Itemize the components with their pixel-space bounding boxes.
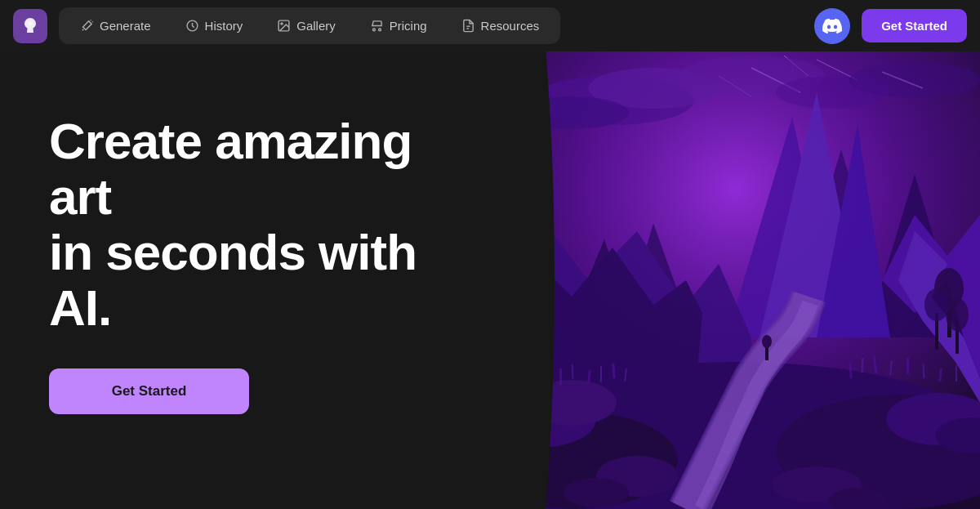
svg-rect-68 (498, 329, 502, 378)
svg-rect-74 (490, 51, 980, 509)
svg-rect-43 (546, 366, 550, 381)
clock-icon (185, 19, 199, 33)
get-started-nav-button[interactable]: Get Started (862, 9, 967, 42)
hero-section: Create amazing art in seconds with AI. G… (0, 51, 980, 509)
svg-rect-41 (523, 374, 525, 389)
svg-point-3 (372, 29, 375, 31)
svg-point-69 (490, 300, 514, 339)
nav-item-history[interactable]: History (169, 12, 260, 39)
hero-illustration (490, 51, 980, 509)
nav-links: Generate History Gallery Pricing (59, 7, 560, 44)
nav-pricing-label: Pricing (390, 19, 427, 33)
tag-icon (370, 19, 384, 33)
hero-title: Create amazing art in seconds with AI. (49, 114, 441, 337)
svg-point-4 (378, 29, 381, 31)
nav-item-resources[interactable]: Resources (445, 12, 556, 39)
discord-button[interactable] (814, 8, 850, 44)
wand-icon (80, 19, 94, 33)
discord-icon (822, 16, 842, 36)
hero-left: Create amazing art in seconds with AI. G… (0, 51, 490, 509)
nav-history-label: History (205, 19, 243, 33)
document-icon (461, 19, 475, 33)
navbar: Generate History Gallery Pricing (0, 0, 980, 51)
image-icon (277, 19, 291, 33)
svg-point-67 (495, 268, 531, 317)
nav-gallery-label: Gallery (296, 19, 336, 33)
svg-point-2 (281, 23, 283, 25)
hero-title-line1: Create amazing art (49, 113, 412, 225)
nav-resources-label: Resources (481, 19, 540, 33)
svg-rect-66 (510, 305, 515, 370)
hero-get-started-button[interactable]: Get Started (49, 368, 249, 414)
nav-item-gallery[interactable]: Gallery (261, 12, 352, 39)
brand-logo[interactable] (13, 9, 47, 43)
hero-title-line2: in seconds with AI. (49, 224, 416, 336)
nav-item-pricing[interactable]: Pricing (354, 12, 443, 39)
svg-rect-40 (514, 378, 518, 395)
svg-point-36 (490, 423, 547, 464)
nav-generate-label: Generate (100, 19, 151, 33)
nav-item-generate[interactable]: Generate (64, 12, 167, 39)
svg-rect-42 (533, 370, 538, 388)
